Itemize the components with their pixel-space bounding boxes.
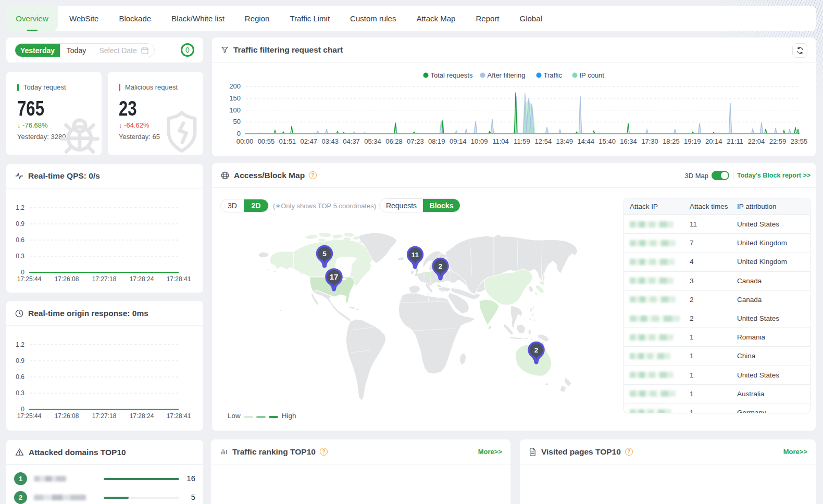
svg-text:07:23: 07:23 [407, 137, 424, 145]
svg-text:18:25: 18:25 [663, 137, 680, 145]
svg-text:0: 0 [21, 269, 24, 276]
svg-text:0.6: 0.6 [16, 236, 24, 244]
svg-text:17:27:18: 17:27:18 [92, 412, 117, 420]
svg-text:200: 200 [229, 82, 241, 90]
svg-text:17:26:08: 17:26:08 [55, 412, 79, 420]
svg-text:10:09: 10:09 [471, 137, 488, 145]
svg-text:23:55: 23:55 [791, 137, 808, 145]
svg-text:11:04: 11:04 [492, 137, 509, 145]
svg-text:17:30: 17:30 [641, 137, 658, 145]
svg-text:0: 0 [21, 406, 24, 413]
svg-text:0.9: 0.9 [16, 220, 24, 228]
svg-text:17:25:44: 17:25:44 [17, 275, 42, 283]
svg-text:02:47: 02:47 [300, 137, 317, 145]
svg-text:15:40: 15:40 [598, 137, 616, 145]
svg-text:19:19: 19:19 [684, 137, 701, 145]
svg-text:06:28: 06:28 [385, 137, 403, 145]
svg-text:04:37: 04:37 [343, 137, 360, 145]
svg-text:Traffic: Traffic [544, 71, 563, 79]
svg-text:08:19: 08:19 [428, 137, 445, 145]
svg-text:0.9: 0.9 [16, 357, 24, 364]
svg-text:11: 11 [412, 251, 419, 259]
svg-text:22:59: 22:59 [769, 137, 787, 145]
svg-text:01:51: 01:51 [279, 137, 296, 145]
svg-text:05:34: 05:34 [364, 137, 381, 145]
svg-text:1.2: 1.2 [16, 204, 24, 211]
svg-text:After filtering: After filtering [488, 71, 526, 79]
svg-text:0.3: 0.3 [16, 253, 24, 260]
svg-text:00:55: 00:55 [258, 137, 275, 145]
svg-text:1.2: 1.2 [16, 341, 24, 348]
svg-text:17:28:41: 17:28:41 [167, 275, 191, 283]
svg-text:2: 2 [439, 262, 443, 270]
svg-text:17:28:41: 17:28:41 [167, 412, 191, 420]
svg-text:5: 5 [322, 250, 327, 258]
svg-text:150: 150 [229, 94, 241, 102]
svg-text:16:34: 16:34 [620, 137, 637, 145]
svg-text:13:49: 13:49 [556, 137, 573, 145]
svg-text:17: 17 [330, 272, 339, 281]
svg-text:11:59: 11:59 [514, 137, 530, 145]
svg-text:Total requests: Total requests [431, 71, 473, 79]
svg-text:17:26:08: 17:26:08 [55, 275, 79, 283]
svg-text:09:14: 09:14 [450, 137, 467, 145]
svg-text:IP count: IP count [580, 71, 605, 79]
svg-text:22:04: 22:04 [748, 137, 765, 145]
svg-text:17:27:18: 17:27:18 [92, 275, 117, 283]
svg-text:21:11: 21:11 [727, 137, 743, 145]
svg-text:17:25:44: 17:25:44 [17, 412, 42, 420]
svg-text:2: 2 [534, 346, 539, 354]
svg-text:20:14: 20:14 [705, 137, 722, 145]
svg-text:12:54: 12:54 [535, 137, 552, 145]
svg-text:00:00: 00:00 [236, 137, 254, 145]
svg-text:50: 50 [233, 118, 241, 125]
svg-text:17:28:24: 17:28:24 [130, 412, 154, 420]
svg-text:0.6: 0.6 [16, 373, 24, 381]
svg-text:0.3: 0.3 [16, 389, 24, 397]
svg-text:17:28:24: 17:28:24 [130, 275, 154, 283]
svg-text:14:44: 14:44 [577, 137, 594, 145]
svg-text:100: 100 [229, 106, 241, 114]
svg-text:0: 0 [237, 130, 241, 137]
svg-text:03:43: 03:43 [321, 137, 339, 145]
